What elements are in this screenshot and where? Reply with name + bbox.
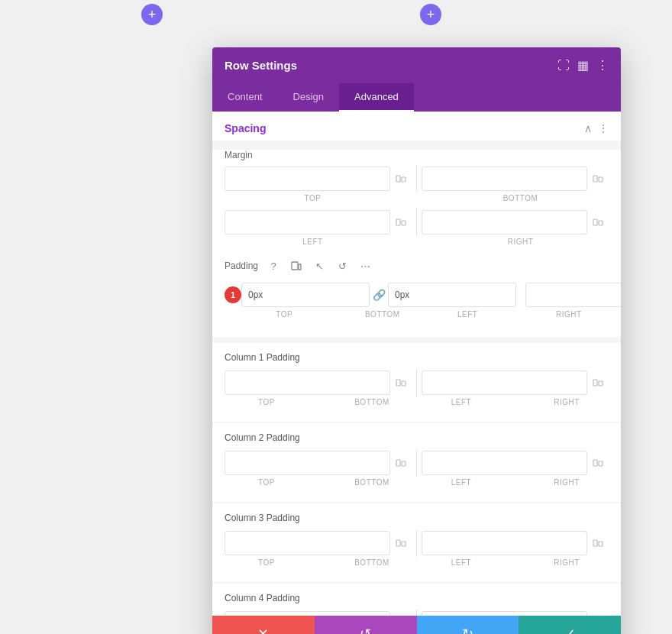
header-icons: ⛶ ▦ ⋮ [557, 58, 609, 73]
svg-rect-18 [593, 460, 597, 466]
refresh-button[interactable]: ↻ [417, 616, 519, 634]
svg-rect-12 [396, 380, 400, 386]
column3-padding-title: Column 3 Padding [225, 513, 609, 523]
col3-row [225, 529, 609, 557]
col1-left-label: Left [419, 398, 503, 406]
add-column-button-2[interactable]: + [420, 4, 441, 25]
padding-undo-icon[interactable]: ↺ [333, 257, 351, 275]
margin-bottom-group [422, 167, 609, 191]
spacing-section-header: Spacing ∧ ⋮ [212, 112, 621, 141]
margin-right-label: Right [432, 238, 609, 246]
col3-top-input[interactable] [225, 531, 390, 555]
padding-labels: Top Bottom Left Right [225, 310, 609, 319]
svg-rect-17 [402, 461, 405, 466]
margin-left-responsive-icon[interactable] [390, 210, 412, 235]
columns-icon[interactable]: ▦ [577, 58, 589, 73]
padding-top-label: Top [244, 310, 325, 319]
col2-top-responsive[interactable] [390, 451, 412, 475]
svg-rect-22 [593, 540, 597, 546]
margin-top-group [225, 167, 412, 191]
more-vertical-icon[interactable]: ⋮ [596, 58, 609, 73]
margin-topbottom-row [225, 165, 609, 192]
padding-bottom-label: Bottom [343, 310, 423, 319]
svg-rect-13 [402, 381, 405, 386]
svg-rect-7 [599, 221, 603, 225]
spacing-content: Margin [212, 150, 621, 337]
column2-padding-title: Column 2 Padding [225, 432, 609, 443]
svg-rect-16 [396, 460, 400, 466]
margin-bottom-label: Bottom [432, 194, 609, 202]
row-settings-modal: Row Settings ⛶ ▦ ⋮ Content Design Advanc… [212, 47, 621, 634]
col3-bottom-input[interactable] [422, 531, 587, 555]
margin-left-label: Left [225, 238, 401, 246]
margin-left-group [225, 210, 412, 235]
margin-label: Margin [225, 150, 609, 160]
col1-bottom-input[interactable] [422, 370, 587, 395]
col2-top-input[interactable] [225, 451, 390, 475]
col1-top-responsive[interactable] [390, 370, 412, 395]
svg-rect-15 [599, 381, 603, 386]
canvas: + + Row Settings ⛶ ▦ ⋮ Content Design Ad… [0, 0, 672, 634]
add-column-button-1[interactable]: + [141, 4, 163, 25]
svg-rect-21 [402, 542, 405, 546]
section-header-controls: ∧ ⋮ [584, 122, 609, 134]
col1-right-label: Right [525, 398, 609, 406]
padding-left-label: Left [428, 310, 508, 319]
margin-topbottom-labels: Top Bottom [225, 194, 609, 202]
col3-bottom-responsive[interactable] [587, 531, 609, 555]
col4-row [225, 610, 609, 616]
padding-cursor-icon[interactable]: ↖ [310, 257, 328, 275]
tab-design[interactable]: Design [278, 83, 339, 112]
svg-rect-20 [396, 540, 400, 546]
margin-leftright-labels: Left Right [225, 238, 609, 246]
col2-bottom-responsive[interactable] [587, 451, 609, 475]
margin-left-input[interactable] [225, 210, 390, 235]
cancel-button[interactable]: ✕ [212, 616, 315, 634]
col3-top-responsive[interactable] [390, 531, 412, 555]
padding-left-input[interactable] [525, 283, 621, 307]
svg-rect-2 [593, 176, 597, 182]
margin-top-input[interactable] [225, 167, 390, 191]
collapse-icon[interactable]: ∧ [584, 122, 592, 134]
padding-label: Padding [225, 260, 258, 271]
padding-topbottom-row: 1 🔗 [225, 281, 609, 309]
col1-top-input[interactable] [225, 370, 390, 395]
margin-bottom-input[interactable] [422, 167, 587, 191]
tab-content[interactable]: Content [212, 83, 278, 112]
margin-right-responsive-icon[interactable] [587, 210, 609, 235]
column1-padding-title: Column 1 Padding [225, 352, 609, 363]
svg-rect-9 [299, 264, 301, 270]
col2-bottom-input[interactable] [422, 451, 587, 475]
margin-top-responsive-icon[interactable] [390, 167, 412, 191]
tab-advanced[interactable]: Advanced [339, 83, 414, 112]
padding-top-group: 🔗 [241, 283, 516, 307]
padding-top-input[interactable] [241, 283, 370, 307]
section-more-icon[interactable]: ⋮ [598, 122, 609, 134]
col1-topbottom-row [225, 369, 609, 396]
padding-more-icon[interactable]: ⋯ [356, 257, 374, 275]
column2-padding-section: Column 2 Padding [212, 423, 621, 502]
margin-leftright-row [225, 209, 609, 236]
svg-rect-3 [599, 177, 603, 182]
margin-right-group [422, 210, 609, 235]
col1-bottom-responsive[interactable] [587, 370, 609, 395]
padding-bottom-input[interactable] [388, 283, 516, 307]
modal-body: Spacing ∧ ⋮ Margin [212, 112, 621, 616]
svg-rect-23 [599, 542, 603, 546]
fullscreen-icon[interactable]: ⛶ [557, 59, 570, 73]
svg-rect-5 [402, 221, 405, 225]
margin-bottom-responsive-icon[interactable] [587, 167, 609, 191]
padding-device-icon[interactable] [287, 257, 305, 275]
confirm-button[interactable]: ✓ [519, 616, 621, 634]
col1-top-label: Top [225, 398, 309, 406]
col2-row [225, 449, 609, 477]
padding-link-icon[interactable]: 🔗 [370, 283, 388, 307]
padding-help-icon[interactable]: ? [264, 257, 283, 275]
svg-rect-8 [292, 262, 298, 270]
modal-footer: ✕ ↺ ↻ ✓ [212, 616, 621, 634]
column3-padding-section: Column 3 Padding [212, 503, 621, 582]
reset-button[interactable]: ↺ [315, 616, 417, 634]
margin-right-input[interactable] [422, 210, 587, 235]
svg-rect-19 [599, 461, 603, 466]
svg-rect-0 [396, 176, 400, 182]
